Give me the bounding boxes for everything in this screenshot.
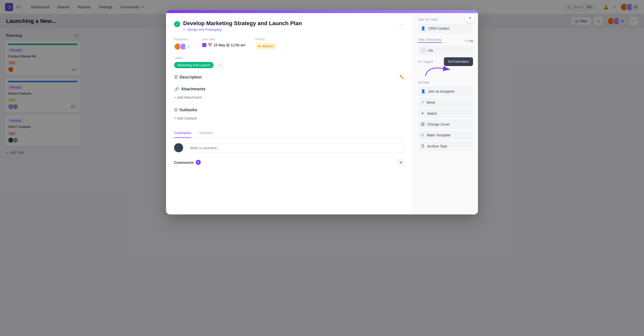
time-logged-label: 0m logged [418, 60, 433, 63]
make-template-label: Make Template [427, 133, 451, 137]
due-date-text: 15 May @ 12:00 am [214, 43, 245, 47]
modal-body: ✓ Develop Marketing Strategy and Launch … [166, 13, 478, 214]
description-section: ☰ Description ✏️ [174, 75, 405, 80]
description-edit-icon[interactable]: ✏️ [399, 75, 405, 80]
template-icon: ⊙ [421, 133, 424, 137]
labels-label: Labels [174, 56, 405, 60]
watch-button[interactable]: 👁 Watch [418, 109, 473, 118]
log-time-button[interactable]: + Log [465, 39, 473, 43]
checkmark-icon: ✓ [176, 22, 179, 26]
description-icon: ☰ [174, 75, 178, 80]
due-date-block: Due Date ✓ 📅 15 May @ 12:00 am [202, 38, 245, 47]
due-checkbox-icon: ✓ [203, 44, 205, 47]
priority-dot [258, 45, 260, 47]
priority-block: Priority Medium [255, 38, 276, 49]
add-to-task-title: ADD TO TASK [418, 18, 473, 21]
join-icon: 👤 [421, 89, 426, 94]
commenter-avatar [174, 143, 183, 152]
due-date-checkbox: ✓ [202, 43, 206, 47]
subtasks-title: ⊡ Subtasks [174, 107, 197, 112]
archive-task-label: Archive Task [427, 144, 447, 148]
add-assignee-button[interactable]: + [185, 43, 192, 50]
description-header: ☰ Description ✏️ [174, 75, 405, 80]
time-tracking-section: TIME TRACKING + Log 🕐 n/a 0m logged Set … [418, 38, 473, 76]
task-complete-check[interactable]: ✓ [174, 21, 180, 27]
add-attachment-label: + Add Attachment [174, 95, 202, 99]
comments-count-row: Comments 0 ▾ [174, 159, 405, 166]
archive-task-button[interactable]: 🗄 Archive Task [418, 141, 473, 151]
time-input[interactable]: 🕐 n/a [418, 45, 473, 55]
archive-icon: 🗄 [421, 144, 425, 148]
modal-main: ✓ Develop Marketing Strategy and Launch … [166, 13, 413, 214]
priority-text: Medium [262, 44, 273, 48]
join-assignee-label: Join as Assignee [428, 89, 455, 93]
comments-count-label: Comments 0 [174, 160, 201, 165]
arrow-area [418, 66, 473, 76]
description-label: Description [180, 75, 202, 80]
assignees-label: Assignees [174, 38, 192, 41]
due-date-label: Due Date [202, 38, 245, 41]
task-header: ✓ Develop Marketing Strategy and Launch … [174, 20, 405, 31]
time-tracking-title: TIME TRACKING [418, 38, 442, 43]
assignees-value: + [174, 43, 192, 50]
comments-text: Comments [174, 160, 194, 165]
comments-count-badge: 0 [196, 160, 201, 165]
marketing-label-tag[interactable]: Marketing And Launch [174, 62, 214, 68]
assignee-avatars: + [174, 43, 192, 50]
add-to-task-section: ADD TO TASK 👤 CRM Contact [418, 18, 473, 33]
description-title: ☰ Description [174, 75, 202, 80]
attachment-icon: 🔗 [174, 87, 179, 91]
make-template-button[interactable]: ⊙ Make Template [418, 130, 473, 140]
tab-activities[interactable]: Activities [199, 128, 213, 138]
calendar-icon: 📅 [208, 43, 212, 47]
comment-input[interactable] [186, 143, 405, 153]
priority-label: Priority [255, 38, 276, 41]
task-meta-row: Assignees + Due Date ✓ [174, 38, 405, 50]
change-cover-label: Change Cover [427, 122, 450, 126]
task-subtitle-link[interactable]: Design and Prototyping [187, 28, 221, 31]
crm-contact-label: CRM Contact [428, 26, 449, 30]
task-more-button[interactable]: ⋯ [397, 20, 405, 28]
comment-area [174, 143, 405, 153]
watch-label: Watch [427, 111, 437, 116]
move-icon: ↗ [421, 100, 424, 105]
action-title: ACTION [418, 81, 473, 84]
crm-contact-button[interactable]: 👤 CRM Contact [418, 24, 473, 33]
task-title-area: Develop Marketing Strategy and Launch Pl… [183, 20, 394, 31]
priority-value[interactable]: Medium [255, 43, 276, 49]
priority-badge: Medium [255, 43, 276, 49]
join-assignee-button[interactable]: 👤 Join as Assignee [418, 87, 473, 96]
add-label-button[interactable]: + [217, 62, 224, 69]
add-subtask-label: + Add Subtask [174, 116, 197, 120]
subtasks-label: Subtasks [179, 108, 197, 112]
subtasks-section: ⊡ Subtasks + Add Subtask [174, 107, 405, 121]
modal-close-button[interactable]: × [465, 14, 474, 23]
add-attachment-button[interactable]: + Add Attachment [174, 94, 405, 100]
due-date-value[interactable]: ✓ 📅 15 May @ 12:00 am [202, 43, 245, 47]
add-subtask-button[interactable]: + Add Subtask [174, 115, 405, 121]
action-section: ACTION 👤 Join as Assignee ↗ Move 👁 Watch… [418, 81, 473, 151]
comments-collapse-button[interactable]: ▾ [397, 159, 405, 166]
subtasks-header: ⊡ Subtasks [174, 107, 405, 112]
attachments-section: 🔗 Attachments + Add Attachment [174, 87, 405, 100]
cover-icon: 🖼 [421, 122, 425, 126]
comment-tabs: Comments Activities [174, 128, 405, 138]
modal-sidebar: ADD TO TASK 👤 CRM Contact TIME TRACKING … [413, 13, 478, 214]
move-button[interactable]: ↗ Move [418, 98, 473, 107]
attachments-title: 🔗 Attachments [174, 87, 206, 91]
task-subtitle: in Design and Prototyping [183, 28, 394, 31]
assignees-block: Assignees + [174, 38, 192, 50]
arrow-annotation [420, 63, 451, 79]
attachments-label: Attachments [181, 87, 206, 91]
task-modal: × ✓ Develop Marketing Strategy and Launc… [166, 10, 478, 214]
tab-comments[interactable]: Comments [174, 128, 191, 138]
subtask-icon: ⊡ [174, 107, 177, 112]
labels-row: Labels Marketing And Launch + [174, 56, 405, 69]
change-cover-button[interactable]: 🖼 Change Cover [418, 120, 473, 129]
clock-icon: 🕐 [421, 48, 426, 53]
move-label: Move [427, 100, 435, 104]
modal-header-bar [166, 10, 478, 13]
task-title: Develop Marketing Strategy and Launch Pl… [183, 20, 394, 27]
time-value: n/a [428, 48, 433, 52]
task-subtitle-prefix: in [183, 28, 186, 31]
